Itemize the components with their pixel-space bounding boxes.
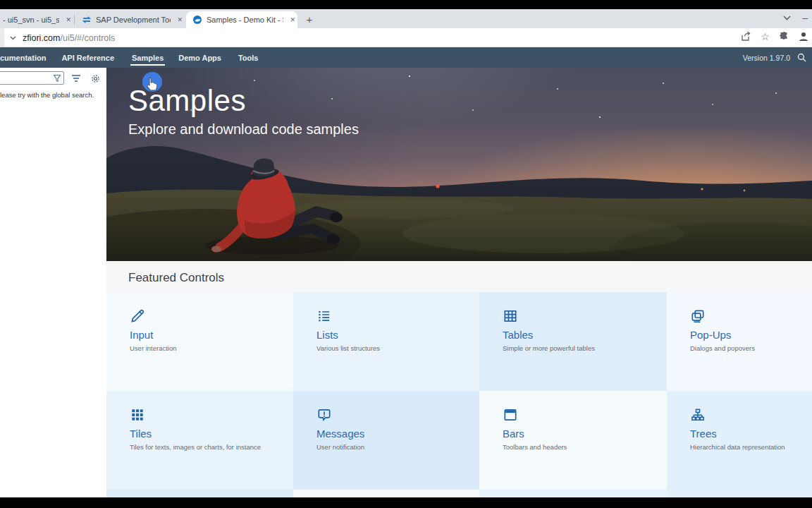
ui5-favicon: [192, 15, 202, 25]
tile-label[interactable]: Messages: [316, 428, 469, 440]
omnibox[interactable]: zfiori.com/ui5/#/controls: [10, 31, 115, 44]
tab-close-icon[interactable]: ✕: [175, 15, 185, 25]
search-icon[interactable]: [797, 53, 806, 62]
sap-favicon: [82, 15, 92, 25]
tab-search-chevron-icon[interactable]: [783, 16, 791, 20]
table-grid-icon: [503, 308, 518, 324]
hero-banner: Samples Explore and download code sample…: [106, 68, 812, 261]
tab-close-icon[interactable]: ✕: [288, 15, 297, 25]
tile-label[interactable]: Trees: [690, 428, 802, 440]
toolbar-actions: ☆: [740, 30, 809, 42]
nav-menu: cumentation API Reference Samples Demo A…: [0, 47, 258, 68]
extensions-puzzle-icon[interactable]: [778, 30, 790, 42]
tab-title: - ui5_svn - ui5_svn -: [3, 16, 59, 24]
browser-tab-1[interactable]: - ui5_svn - ui5_svn - ✕: [0, 11, 73, 28]
tile-tiles[interactable]: Tiles Tiles for texts, images or charts,…: [106, 391, 293, 490]
window-controls: –: [783, 12, 808, 23]
minimize-button[interactable]: –: [802, 12, 808, 23]
partial-tile[interactable]: [479, 490, 667, 497]
hero-text: Samples Explore and download code sample…: [128, 85, 359, 138]
tile-description: Dialogs and popovers: [690, 344, 802, 352]
profile-avatar-icon[interactable]: [797, 30, 809, 42]
message-warning-icon: [316, 407, 332, 423]
tab-title: SAP Development Tools: [96, 16, 171, 24]
sidebar: lease try with the global search.: [0, 68, 106, 497]
hero-title: Samples: [128, 85, 359, 117]
tile-input[interactable]: Input User interaction: [106, 292, 293, 391]
nav-item-demo-apps[interactable]: Demo Apps: [178, 47, 221, 68]
featured-controls-section: Featured Controls Input User interaction…: [106, 261, 812, 497]
tile-description: Tiles for texts, images or charts, for i…: [130, 443, 283, 451]
screen: - ui5_svn - ui5_svn - ✕ SAP Development …: [0, 0, 812, 508]
bar-header-icon: [503, 407, 518, 423]
tile-description: Simple or more powerful tables: [503, 344, 657, 352]
filter-funnel-icon[interactable]: [53, 74, 61, 83]
tile-grid: Input User interaction Lists Various lis…: [106, 292, 812, 497]
share-icon[interactable]: [740, 30, 752, 42]
partial-tile[interactable]: [106, 490, 293, 497]
tab-strip: - ui5_svn - ui5_svn - ✕ SAP Development …: [0, 9, 812, 28]
url-path: /ui5/#/controls: [60, 33, 115, 43]
site-chevron-icon[interactable]: [10, 36, 16, 40]
section-heading: Featured Controls: [106, 261, 812, 285]
tiles-grid-icon: [130, 407, 145, 423]
browser-tab-2[interactable]: SAP Development Tools ✕: [76, 11, 185, 28]
nav-item-samples[interactable]: Samples: [132, 47, 164, 68]
tile-description: Hierarchical data representation: [690, 443, 802, 451]
sidebar-search-input[interactable]: [2, 72, 51, 84]
tile-lists[interactable]: Lists Various list structures: [293, 292, 479, 391]
tile-label[interactable]: Tables: [503, 329, 657, 341]
partial-tile[interactable]: [667, 490, 812, 497]
hero-subtitle: Explore and download code samples: [128, 121, 359, 138]
nav-right: Version 1.97.0: [743, 47, 806, 68]
browser-window: - ui5_svn - ui5_svn - ✕ SAP Development …: [0, 9, 812, 497]
tab-close-icon[interactable]: ✕: [63, 15, 73, 25]
tile-label[interactable]: Tiles: [130, 428, 283, 440]
hand-cursor-icon: [146, 77, 158, 92]
tile-bars[interactable]: Bars Toolbars and headers: [479, 391, 667, 490]
toolbar-left-edge: [0, 28, 4, 47]
sidebar-hint-text: lease try with the global search.: [0, 91, 106, 99]
url-text[interactable]: zfiori.com/ui5/#/controls: [23, 33, 115, 43]
demo-kit-navbar: cumentation API Reference Samples Demo A…: [0, 47, 812, 68]
tile-label[interactable]: Pop-Ups: [690, 329, 802, 341]
version-label: Version 1.97.0: [743, 54, 790, 62]
tile-description: User notification: [316, 443, 469, 451]
settings-gear-icon[interactable]: [89, 72, 102, 85]
edit-pencil-icon: [130, 308, 145, 324]
sidebar-search-box[interactable]: [0, 71, 64, 85]
tile-label[interactable]: Input: [130, 329, 283, 341]
tab-title: Samples - Demo Kit - SAPUI5: [207, 16, 283, 24]
address-toolbar: zfiori.com/ui5/#/controls ☆: [0, 28, 812, 47]
bookmark-star-icon[interactable]: ☆: [759, 30, 771, 42]
nav-item-documentation[interactable]: cumentation: [0, 47, 46, 68]
url-domain: zfiori.com: [23, 33, 60, 43]
sort-filter-icon[interactable]: [70, 72, 82, 85]
tile-messages[interactable]: Messages User notification: [293, 391, 479, 490]
partial-tile[interactable]: [293, 490, 479, 497]
tile-popups[interactable]: Pop-Ups Dialogs and popovers: [667, 292, 812, 391]
tree-org-icon: [690, 407, 706, 423]
tab-separator: [74, 15, 75, 25]
tile-label[interactable]: Bars: [503, 428, 657, 440]
nav-item-api-reference[interactable]: API Reference: [61, 47, 114, 68]
tile-description: Various list structures: [316, 344, 469, 352]
popup-windows-icon: [690, 308, 706, 324]
tile-description: Toolbars and headers: [503, 443, 657, 451]
list-icon: [316, 308, 332, 324]
tile-trees[interactable]: Trees Hierarchical data representation: [667, 391, 812, 490]
nav-item-tools[interactable]: Tools: [238, 47, 259, 68]
browser-tab-active[interactable]: Samples - Demo Kit - SAPUI5 ✕: [186, 11, 297, 28]
tile-label[interactable]: Lists: [316, 329, 469, 341]
tile-tables[interactable]: Tables Simple or more powerful tables: [479, 292, 667, 391]
tile-description: User interaction: [130, 344, 283, 352]
new-tab-button[interactable]: +: [302, 12, 317, 28]
